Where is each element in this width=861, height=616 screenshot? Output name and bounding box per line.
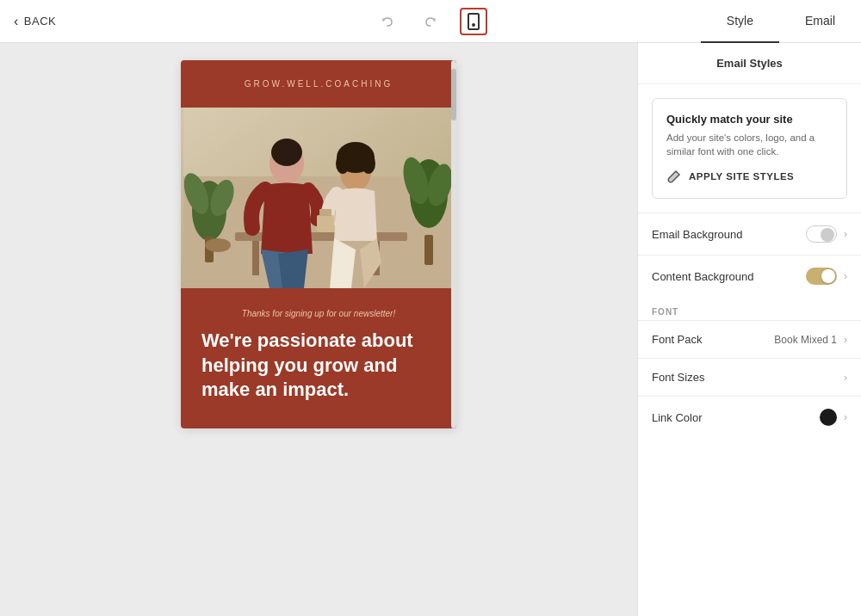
content-background-row[interactable]: Content Background › bbox=[638, 255, 861, 297]
email-background-toggle[interactable] bbox=[806, 225, 837, 243]
quick-match-card: Quickly match your site Add your site's … bbox=[652, 98, 847, 199]
content-background-label: Content Background bbox=[652, 270, 754, 283]
font-sizes-chevron: › bbox=[844, 372, 847, 384]
link-color-controls: › bbox=[820, 409, 847, 426]
scrollbar-track[interactable] bbox=[451, 60, 456, 428]
apply-styles-label: APPLY SITE STYLES bbox=[689, 171, 794, 182]
font-pack-label: Font Pack bbox=[652, 333, 703, 346]
tab-style[interactable]: Style bbox=[701, 0, 779, 43]
font-pack-controls: Book Mixed 1 › bbox=[774, 334, 847, 346]
preview-area: GROW.WELL.COACHING bbox=[0, 43, 637, 616]
font-sizes-row[interactable]: Font Sizes › bbox=[638, 358, 861, 396]
svg-point-19 bbox=[336, 153, 350, 174]
email-background-row[interactable]: Email Background › bbox=[638, 213, 861, 255]
svg-rect-3 bbox=[235, 232, 407, 241]
email-headline: We're passionate about helping you grow … bbox=[201, 329, 436, 403]
email-background-label: Email Background bbox=[652, 228, 743, 241]
svg-point-16 bbox=[271, 139, 302, 166]
svg-rect-22 bbox=[319, 209, 331, 216]
email-body: Thanks for signing up for our newsletter… bbox=[181, 288, 456, 428]
tab-email[interactable]: Email bbox=[779, 0, 861, 43]
undo-icon bbox=[381, 15, 394, 28]
email-image-svg bbox=[183, 108, 454, 288]
svg-rect-4 bbox=[252, 241, 259, 275]
apply-styles-button[interactable]: APPLY SITE STYLES bbox=[666, 169, 833, 184]
font-pack-row[interactable]: Font Pack Book Mixed 1 › bbox=[638, 320, 861, 358]
toolbar-center bbox=[374, 8, 487, 35]
top-bar: ‹ BACK Style Email bbox=[0, 0, 861, 43]
font-section-label: FONT bbox=[638, 297, 861, 320]
svg-rect-21 bbox=[317, 215, 334, 232]
font-pack-value: Book Mixed 1 bbox=[774, 334, 837, 346]
email-image-bg bbox=[181, 108, 456, 288]
font-pack-chevron: › bbox=[844, 334, 847, 346]
main-content: GROW.WELL.COACHING bbox=[0, 43, 861, 616]
email-background-controls: › bbox=[806, 225, 847, 243]
redo-icon bbox=[424, 15, 437, 28]
tab-group: Style Email bbox=[701, 0, 861, 43]
link-color-row[interactable]: Link Color › bbox=[638, 396, 861, 438]
quick-match-title: Quickly match your site bbox=[666, 113, 833, 126]
mobile-icon bbox=[468, 13, 480, 30]
content-background-toggle[interactable] bbox=[806, 268, 837, 285]
back-arrow-icon: ‹ bbox=[14, 14, 19, 29]
sidebar-title: Email Styles bbox=[638, 43, 861, 84]
email-preview: GROW.WELL.COACHING bbox=[181, 60, 456, 428]
font-sizes-label: Font Sizes bbox=[652, 371, 704, 384]
redo-button[interactable] bbox=[417, 8, 444, 35]
content-background-controls: › bbox=[806, 268, 847, 285]
brand-name: GROW.WELL.COACHING bbox=[198, 79, 439, 89]
content-background-chevron: › bbox=[844, 270, 847, 282]
email-background-chevron: › bbox=[844, 228, 847, 240]
email-thanks: Thanks for signing up for our newsletter… bbox=[201, 309, 436, 318]
back-button[interactable]: ‹ BACK bbox=[14, 14, 56, 29]
link-color-chevron: › bbox=[844, 411, 847, 423]
svg-point-10 bbox=[205, 238, 231, 252]
sidebar: Email Styles Quickly match your site Add… bbox=[637, 43, 861, 616]
mobile-preview-button[interactable] bbox=[460, 8, 487, 35]
brush-icon bbox=[666, 169, 682, 184]
quick-match-desc: Add your site's colors, logo, and a simi… bbox=[666, 131, 833, 158]
svg-point-20 bbox=[362, 153, 375, 174]
link-color-label: Link Color bbox=[652, 411, 703, 424]
link-color-dot bbox=[820, 409, 837, 426]
scrollbar-thumb bbox=[451, 69, 456, 120]
font-sizes-controls: › bbox=[844, 372, 847, 384]
email-background-toggle-thumb bbox=[821, 228, 834, 242]
undo-button[interactable] bbox=[374, 8, 401, 35]
back-label: BACK bbox=[24, 15, 56, 28]
email-header: GROW.WELL.COACHING bbox=[181, 60, 456, 108]
content-background-toggle-thumb bbox=[821, 269, 835, 283]
email-image bbox=[181, 108, 456, 288]
svg-rect-14 bbox=[424, 235, 433, 265]
